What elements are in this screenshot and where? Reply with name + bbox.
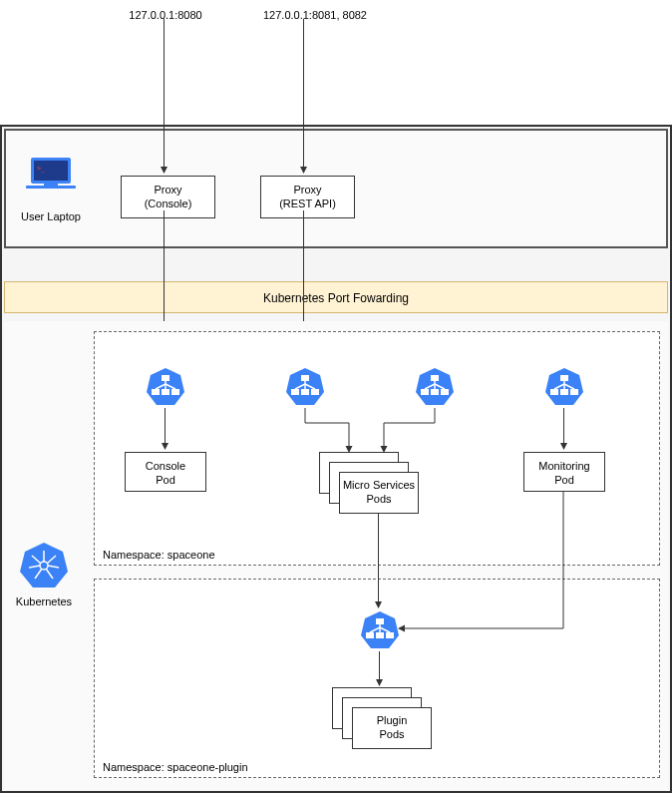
service-icon-5 bbox=[359, 609, 401, 651]
svg-rect-62 bbox=[366, 632, 374, 638]
laptop-label: User Laptop bbox=[16, 210, 86, 222]
svg-marker-69 bbox=[376, 679, 383, 686]
kubernetes-icon bbox=[19, 541, 69, 591]
diagram-container: >_ User Laptop 127.0.0.1:8080 127.0.0.1:… bbox=[0, 125, 672, 793]
svg-rect-34 bbox=[311, 389, 319, 395]
svg-rect-26 bbox=[171, 389, 179, 395]
svg-text:>_: >_ bbox=[37, 165, 46, 173]
svg-rect-23 bbox=[162, 375, 169, 381]
arrow-svc1-to-console bbox=[163, 408, 168, 450]
monitoring-line2: Pod bbox=[554, 474, 574, 486]
kubernetes-label: Kubernetes bbox=[14, 595, 74, 607]
svg-marker-6 bbox=[161, 167, 168, 174]
svg-rect-39 bbox=[431, 375, 439, 381]
arrow-addr2-to-proxy2 bbox=[301, 19, 306, 174]
ns1-label: Namespace: spaceone bbox=[103, 549, 215, 561]
namespace-spaceone-plugin: Namespace: spaceone-plugin Plugin bbox=[94, 579, 660, 778]
user-laptop-section: >_ User Laptop 127.0.0.1:8080 127.0.0.1:… bbox=[4, 129, 668, 248]
svg-rect-61 bbox=[376, 618, 384, 624]
arrow-svc3-to-micro bbox=[372, 408, 442, 453]
svg-rect-48 bbox=[550, 389, 558, 395]
svg-marker-55 bbox=[162, 443, 168, 450]
micro-line2: Pods bbox=[366, 493, 391, 505]
ns2-label: Namespace: spaceone-plugin bbox=[103, 761, 248, 773]
svg-rect-33 bbox=[301, 389, 309, 395]
proxy2-line1: Proxy bbox=[293, 184, 321, 196]
svg-rect-2 bbox=[26, 186, 76, 189]
svg-marker-72 bbox=[398, 625, 405, 632]
monitoring-line1: Monitoring bbox=[538, 460, 589, 472]
svg-rect-63 bbox=[376, 632, 384, 638]
port-forwarding-bar: Kubernetes Port Fowarding bbox=[4, 281, 668, 313]
arrow-svc4-to-monitoring bbox=[561, 408, 566, 450]
plugin-line1: Plugin bbox=[377, 714, 408, 726]
svg-rect-32 bbox=[291, 389, 299, 395]
proxy-restapi-box: Proxy (REST API) bbox=[260, 176, 355, 218]
svg-rect-49 bbox=[560, 389, 568, 395]
arrow-micro-to-pluginsvc bbox=[376, 514, 381, 608]
service-icon-4 bbox=[543, 366, 585, 408]
svg-rect-3 bbox=[44, 184, 58, 186]
console-pod: Console Pod bbox=[125, 452, 206, 492]
svg-rect-25 bbox=[162, 389, 169, 395]
proxy2-line2: (REST API) bbox=[279, 198, 336, 209]
service-icon-2 bbox=[284, 366, 326, 408]
svg-rect-31 bbox=[301, 375, 309, 381]
proxy1-line1: Proxy bbox=[154, 184, 181, 196]
svg-rect-50 bbox=[570, 389, 578, 395]
kubernetes-section: Kubernetes Namespace: spaceone bbox=[4, 321, 668, 790]
proxy1-line2: (Console) bbox=[145, 198, 192, 209]
svg-marker-8 bbox=[300, 167, 307, 174]
laptop-icon: >_ bbox=[26, 156, 76, 196]
svg-marker-59 bbox=[560, 443, 567, 450]
svg-rect-41 bbox=[431, 389, 439, 395]
svg-rect-42 bbox=[441, 389, 449, 395]
arrow-monitoring-to-pluginsvc bbox=[398, 492, 567, 631]
svg-rect-64 bbox=[386, 632, 394, 638]
plugin-line2: Pods bbox=[379, 728, 404, 740]
svg-rect-40 bbox=[421, 389, 429, 395]
monitoring-pod: Monitoring Pod bbox=[523, 452, 605, 492]
service-icon-3 bbox=[414, 366, 456, 408]
svg-marker-13 bbox=[20, 543, 68, 588]
arrow-svc2-to-micro bbox=[289, 408, 369, 453]
micro-line1: Micro Services bbox=[343, 479, 415, 491]
console-line2: Pod bbox=[156, 474, 175, 486]
console-line1: Console bbox=[146, 460, 185, 472]
addr2-label: 127.0.0.1:8081, 8082 bbox=[240, 9, 390, 21]
svg-rect-47 bbox=[560, 375, 568, 381]
svg-marker-71 bbox=[375, 601, 382, 608]
arrow-addr1-to-proxy1 bbox=[162, 19, 167, 174]
service-icon-1 bbox=[145, 366, 186, 408]
svg-rect-24 bbox=[152, 389, 160, 395]
arrow-svc5-to-plugin bbox=[377, 651, 382, 686]
proxy-console-box: Proxy (Console) bbox=[121, 176, 215, 218]
